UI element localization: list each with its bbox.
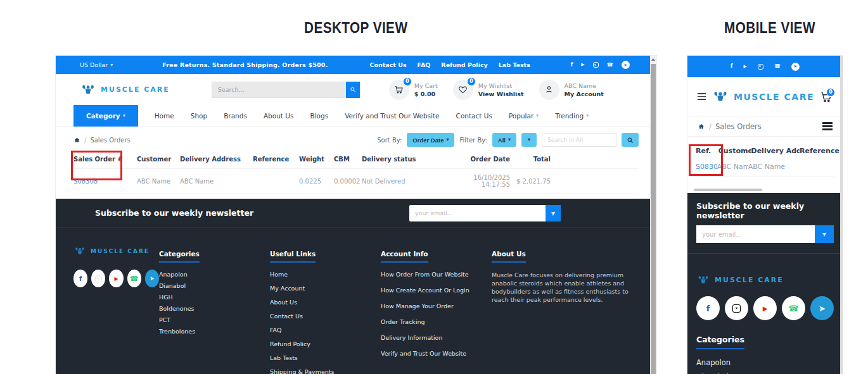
telegram-icon[interactable]: ➤ bbox=[622, 61, 630, 69]
topbar-link[interactable]: Contact Us bbox=[369, 61, 406, 68]
newsletter-email-input[interactable] bbox=[696, 225, 815, 243]
telegram-icon[interactable]: ➤ bbox=[145, 270, 159, 287]
footer-link[interactable]: Trenbolones bbox=[159, 328, 270, 335]
column-header[interactable]: Customer bbox=[718, 147, 751, 155]
order-id-link[interactable]: S08308 bbox=[696, 163, 717, 171]
footer-link[interactable]: Home bbox=[270, 271, 381, 278]
newsletter-email-input[interactable] bbox=[409, 205, 546, 221]
facebook-icon[interactable]: f bbox=[696, 296, 720, 320]
footer-link[interactable]: Order Tracking bbox=[381, 318, 492, 325]
order-id-link[interactable]: S08308 bbox=[73, 178, 98, 185]
column-header[interactable]: Delivery status bbox=[362, 156, 450, 163]
footer-link[interactable]: PCT bbox=[159, 316, 270, 323]
vertical-scrollbar[interactable] bbox=[650, 56, 656, 374]
footer-link[interactable]: Anapolon bbox=[159, 271, 270, 278]
whatsapp-icon[interactable]: ☎ bbox=[782, 296, 805, 320]
nav-popular-dropdown[interactable]: Popular ▾ bbox=[509, 112, 539, 120]
youtube-icon[interactable]: ▶ bbox=[744, 65, 747, 69]
filter-by-select[interactable]: All ▾ bbox=[492, 133, 516, 147]
breadcrumb-current[interactable]: Sales Orders bbox=[715, 122, 762, 131]
footer-link[interactable]: Boldenones bbox=[159, 305, 270, 312]
instagram-icon[interactable] bbox=[593, 62, 599, 68]
scrollbar-thumb[interactable] bbox=[651, 64, 656, 374]
column-header[interactable]: Ref. bbox=[696, 147, 718, 155]
column-header[interactable]: Customer bbox=[137, 156, 180, 163]
nav-trending-dropdown[interactable]: Trending ▾ bbox=[555, 112, 589, 120]
breadcrumb-current[interactable]: Sales Orders bbox=[90, 137, 130, 144]
whatsapp-icon[interactable]: ☎ bbox=[607, 63, 613, 68]
newsletter-send-button[interactable]: ➤ bbox=[815, 225, 834, 243]
youtube-icon[interactable]: ▶ bbox=[753, 296, 777, 320]
footer-link[interactable]: Lab Tests bbox=[270, 354, 381, 361]
brand-logo[interactable]: MUSCLE CARE bbox=[712, 90, 814, 103]
column-header[interactable]: Delivery Address bbox=[751, 147, 800, 155]
column-header[interactable]: Total bbox=[514, 156, 554, 163]
category-menu-button[interactable]: Category ▾ bbox=[73, 105, 138, 127]
whatsapp-icon[interactable]: ☎ bbox=[127, 270, 141, 287]
footer-link[interactable]: Refund Policy bbox=[270, 340, 381, 347]
facebook-icon[interactable]: f bbox=[73, 270, 87, 287]
instagram-icon[interactable] bbox=[725, 296, 748, 320]
nav-link[interactable]: Contact Us bbox=[456, 112, 492, 120]
currency-selector[interactable]: US Dollar ▾ bbox=[80, 61, 113, 68]
list-search-input[interactable] bbox=[542, 133, 616, 147]
footer-link[interactable]: My Account bbox=[270, 285, 381, 292]
facebook-icon[interactable]: f bbox=[571, 63, 573, 68]
vertical-scrollbar[interactable] bbox=[840, 56, 843, 374]
column-header[interactable]: Weight bbox=[299, 156, 334, 163]
footer-link[interactable]: Shipping & Payments bbox=[270, 368, 381, 374]
instagram-icon[interactable] bbox=[758, 64, 763, 70]
nav-link[interactable]: Brands bbox=[224, 112, 247, 120]
instagram-icon[interactable] bbox=[91, 270, 105, 287]
telegram-icon[interactable]: ➤ bbox=[791, 63, 800, 71]
footer-link[interactable]: Contact Us bbox=[270, 313, 381, 320]
nav-link[interactable]: Shop bbox=[191, 112, 207, 120]
topbar-link[interactable]: Refund Policy bbox=[441, 61, 487, 68]
footer-link[interactable]: Verify and Trust Our Website bbox=[381, 350, 492, 357]
newsletter-send-button[interactable]: ➤ bbox=[546, 205, 561, 221]
menu-icon[interactable] bbox=[698, 93, 706, 100]
nav-link[interactable]: About Us bbox=[264, 112, 294, 120]
footer-link[interactable]: Delivery Information bbox=[381, 334, 492, 341]
home-icon[interactable] bbox=[698, 123, 705, 130]
youtube-icon[interactable]: ▶ bbox=[109, 270, 123, 287]
wishlist-widget[interactable]: 0 My Wishlist View Wishlist bbox=[453, 80, 524, 100]
footer-logo[interactable]: MUSCLE CARE bbox=[73, 247, 159, 256]
nav-link[interactable]: Verify and Trust Our Website bbox=[345, 112, 439, 120]
footer-link[interactable]: How Order From Our Website bbox=[381, 271, 492, 278]
nav-link[interactable]: Blogs bbox=[310, 112, 328, 120]
account-widget[interactable]: ABC Name My Account bbox=[539, 80, 604, 100]
whatsapp-icon[interactable]: ☎ bbox=[774, 64, 781, 69]
sort-by-select[interactable]: Order Date ▾ bbox=[407, 133, 454, 147]
home-icon[interactable] bbox=[73, 137, 80, 144]
column-header[interactable]: Reference bbox=[253, 156, 299, 163]
footer-link[interactable]: Dianabol bbox=[159, 282, 270, 289]
cart-widget[interactable]: 0 My Cart $ 0.00 bbox=[389, 80, 438, 100]
topbar-link[interactable]: FAQ bbox=[418, 61, 431, 68]
facebook-icon[interactable]: f bbox=[731, 64, 732, 69]
footer-link[interactable]: FAQ bbox=[270, 327, 381, 333]
footer-link[interactable]: How Manage Your Order bbox=[381, 302, 492, 309]
topbar-link[interactable]: Lab Tests bbox=[499, 61, 530, 68]
youtube-icon[interactable]: ▶ bbox=[581, 63, 584, 67]
footer-link[interactable]: HGH bbox=[159, 294, 270, 301]
footer-logo[interactable]: MUSCLE CARE bbox=[696, 275, 834, 285]
column-header[interactable]: Delivery Address bbox=[180, 156, 253, 163]
column-header[interactable]: Sales Order # bbox=[73, 156, 137, 163]
filter-field-select[interactable]: ▾ bbox=[521, 133, 537, 147]
cart-button[interactable]: 0 bbox=[820, 90, 833, 103]
list-search-button[interactable] bbox=[622, 133, 639, 147]
horizontal-scrollbar-thumb[interactable] bbox=[694, 189, 762, 191]
column-header[interactable]: CBM bbox=[334, 156, 362, 163]
footer-link[interactable]: About Us bbox=[270, 299, 381, 306]
scroll-up-arrow-icon[interactable] bbox=[651, 58, 655, 61]
nav-link[interactable]: Home bbox=[155, 112, 174, 120]
list-menu-icon[interactable] bbox=[822, 122, 833, 130]
search-button[interactable] bbox=[346, 82, 360, 98]
footer-link[interactable]: How Create Account Or Login bbox=[381, 287, 492, 294]
brand-logo[interactable]: MUSCLE CARE bbox=[80, 84, 170, 96]
search-input[interactable] bbox=[212, 82, 346, 98]
telegram-icon[interactable]: ➤ bbox=[810, 296, 834, 320]
footer-link[interactable]: Anapolon bbox=[696, 358, 834, 367]
column-header[interactable]: Order Date bbox=[450, 156, 514, 163]
